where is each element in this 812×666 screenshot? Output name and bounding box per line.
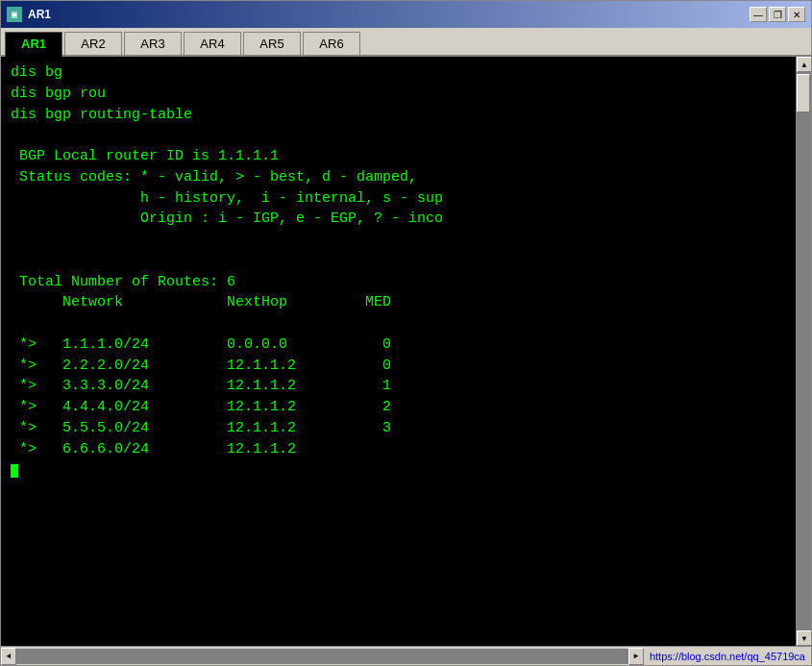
app-icon: ▣ [7,7,22,22]
tab-ar6[interactable]: AR6 [303,32,360,55]
title-bar: ▣ AR1 — ❐ ✕ [1,1,811,28]
terminal-cursor [11,464,18,478]
bottom-bar: ◄ ► https://blog.csdn.net/qq_45719ca [1,646,811,665]
tab-ar5[interactable]: AR5 [243,32,301,55]
close-button[interactable]: ✕ [788,7,805,22]
vertical-scrollbar[interactable]: ▲ ▼ [796,57,811,646]
main-window: ▣ AR1 — ❐ ✕ AR1 AR2 AR3 AR4 AR5 AR6 dis … [0,0,812,666]
scroll-track[interactable] [797,72,811,630]
tab-ar4[interactable]: AR4 [184,32,241,55]
window-controls: — ❐ ✕ [750,7,805,22]
minimize-button[interactable]: — [750,7,767,22]
scroll-down-button[interactable]: ▼ [797,630,811,646]
h-scroll-track[interactable] [16,649,628,664]
title-bar-left: ▣ AR1 [7,7,51,22]
status-url: https://blog.csdn.net/qq_45719ca [644,651,811,662]
scroll-right-button[interactable]: ► [628,648,644,665]
tab-ar2[interactable]: AR2 [64,32,122,55]
scroll-thumb[interactable] [797,74,810,112]
terminal-output[interactable]: dis bg dis bgp rou dis bgp routing-table… [1,57,796,646]
scroll-up-button[interactable]: ▲ [797,57,811,72]
tab-bar: AR1 AR2 AR3 AR4 AR5 AR6 [1,28,811,57]
scroll-left-button[interactable]: ◄ [1,648,16,665]
restore-button[interactable]: ❐ [769,7,786,22]
terminal-wrapper: dis bg dis bgp rou dis bgp routing-table… [1,57,811,646]
window-title: AR1 [28,8,51,21]
tab-ar3[interactable]: AR3 [124,32,182,55]
tab-ar1[interactable]: AR1 [5,32,62,57]
